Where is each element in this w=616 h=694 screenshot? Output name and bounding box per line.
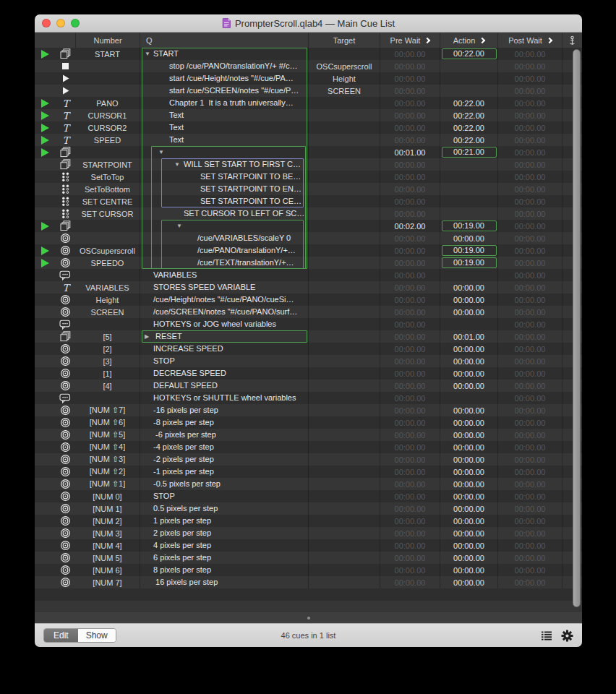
pre-wait-value[interactable]: 00:00.00 (395, 517, 426, 526)
cue-number-cell[interactable]: [NUM 1] (75, 502, 140, 515)
target-cell[interactable] (308, 158, 380, 171)
cue-row[interactable]: TPANOChapter 1 It is a truth universally… (35, 97, 582, 109)
cue-row[interactable]: [NUM 1]0.5 pixels per step00:00.0000:00.… (35, 502, 582, 515)
action-value[interactable]: 00:00.00 (453, 578, 484, 587)
cue-row[interactable]: [NUM 0]STOP00:00.0000:00.0000:00.00 (35, 490, 582, 502)
playhead-cell[interactable] (35, 404, 55, 416)
pre-wait-cell[interactable]: 00:00.00 (380, 515, 440, 527)
post-wait-value[interactable]: 00:00.00 (515, 382, 546, 390)
action-value[interactable]: 00:00.00 (453, 566, 484, 575)
post-wait-cell[interactable]: 00:00.00 (497, 392, 562, 404)
cue-number-cell[interactable]: [2] (75, 343, 140, 355)
target-cell[interactable] (308, 466, 380, 478)
post-wait-value[interactable]: 00:00.00 (515, 210, 546, 218)
playhead-cell[interactable] (35, 207, 55, 220)
post-wait-cell[interactable]: 00:00.00 (497, 158, 562, 171)
target-cell[interactable] (308, 515, 380, 527)
playhead-cell[interactable] (35, 72, 55, 85)
cue-name-cell[interactable]: 6 pixels per step (140, 552, 308, 564)
pre-wait-cell[interactable]: 00:00.00 (380, 392, 440, 404)
post-wait-value[interactable]: 00:00.00 (515, 283, 546, 292)
post-wait-cell[interactable]: 00:00.00 (497, 490, 562, 502)
cue-row[interactable]: SET CENTRESET STARTPOINT TO CE…00:00.000… (35, 195, 582, 207)
target-cell[interactable] (308, 416, 380, 429)
post-wait-value[interactable]: 00:00.00 (515, 197, 546, 206)
post-wait-cell[interactable]: 00:00.00 (497, 306, 562, 318)
playhead-cell[interactable] (35, 453, 55, 466)
target-cell[interactable] (308, 318, 380, 330)
pre-wait-cell[interactable]: 00:00.00 (380, 330, 440, 343)
cue-number-cell[interactable]: [NUM 4] (75, 539, 140, 552)
cue-number-cell[interactable] (75, 85, 140, 97)
cue-name-cell[interactable]: DEFAULT SPEED (140, 380, 308, 392)
cue-row[interactable]: [NUM ⇧7]-16 pixels per step00:00.0000:00… (35, 404, 582, 416)
cue-name-cell[interactable]: -1 pixels per step (140, 466, 308, 478)
target-cell[interactable] (308, 294, 380, 306)
cue-number-cell[interactable]: Height (75, 294, 140, 306)
post-wait-value[interactable]: 00:00.00 (515, 394, 546, 403)
cue-number-cell[interactable] (75, 60, 140, 72)
post-wait-value[interactable]: 00:00.00 (515, 345, 546, 354)
target-cell[interactable]: Height (308, 72, 380, 85)
playhead-cell[interactable] (35, 343, 55, 355)
pre-wait-cell[interactable]: 00:00.00 (380, 380, 440, 392)
action-cell[interactable] (440, 269, 497, 281)
playhead-cell[interactable] (35, 515, 55, 527)
cue-row[interactable]: [NUM 7] 16 pixels per step00:00.0000:00.… (35, 576, 582, 588)
post-wait-cell[interactable]: 00:00.00 (497, 220, 562, 232)
post-wait-cell[interactable]: 00:00.00 (497, 330, 562, 343)
cue-number-cell[interactable]: [NUM ⇧6] (75, 416, 140, 429)
cue-name-cell[interactable]: VARIABLES (140, 269, 308, 281)
pre-wait-cell[interactable]: 00:00.00 (380, 502, 440, 515)
cue-number-cell[interactable]: VARIABLES (75, 281, 140, 294)
pre-wait-value[interactable]: 00:00.00 (395, 369, 426, 378)
playhead-cell[interactable] (35, 330, 55, 343)
target-cell[interactable] (308, 539, 380, 552)
action-cell[interactable]: 00:22.00 (440, 134, 497, 146)
cue-number-cell[interactable]: [NUM 5] (75, 552, 140, 564)
cue-row[interactable]: [NUM ⇧3]-2 pixels per step00:00.0000:00.… (35, 453, 582, 466)
action-value[interactable]: 00:00.00 (453, 517, 484, 526)
cue-name-cell[interactable]: /cue/TEXT/translationY/+… (140, 257, 308, 269)
post-wait-cell[interactable]: 00:00.00 (497, 48, 562, 60)
action-value[interactable]: 00:22.00 (453, 136, 484, 145)
cue-name-cell[interactable]: ▼ (140, 220, 308, 232)
post-wait-value[interactable]: 00:00.00 (515, 554, 546, 562)
cue-name-cell[interactable]: start /cue/SCREEN/notes "#/cue/P… (140, 85, 308, 97)
post-wait-cell[interactable]: 00:00.00 (497, 515, 562, 527)
target-cell[interactable] (308, 306, 380, 318)
cue-number-cell[interactable]: [NUM ⇧7] (75, 404, 140, 416)
action-cell[interactable]: 00:19.00 (440, 244, 497, 257)
action-cell[interactable]: 00:00.00 (440, 539, 497, 552)
target-cell[interactable]: OSCsuperscroll (308, 60, 380, 72)
post-wait-value[interactable]: 00:00.00 (515, 406, 546, 415)
pre-wait-cell[interactable]: 00:02.00 (380, 220, 440, 232)
post-wait-cell[interactable]: 00:00.00 (497, 207, 562, 220)
action-cell[interactable]: 00:00.00 (440, 380, 497, 392)
cue-name-cell[interactable]: ▼ (140, 146, 308, 158)
pre-wait-value[interactable]: 00:00.00 (395, 99, 426, 108)
post-wait-cell[interactable]: 00:00.00 (497, 318, 562, 330)
cue-row[interactable]: [NUM ⇧4]-4 pixels per step00:00.0000:00.… (35, 441, 582, 453)
pre-wait-value[interactable]: 00:00.00 (395, 210, 426, 218)
pre-wait-value[interactable]: 00:00.00 (395, 136, 426, 145)
pre-wait-cell[interactable]: 00:00.00 (380, 281, 440, 294)
playhead-cell[interactable] (35, 48, 55, 60)
post-wait-value[interactable]: 00:00.00 (515, 87, 546, 95)
cue-row[interactable]: [4]DEFAULT SPEED00:00.0000:00.0000:00.00 (35, 380, 582, 392)
pre-wait-cell[interactable]: 00:00.00 (380, 244, 440, 257)
pre-wait-value[interactable]: 00:00.00 (395, 468, 426, 476)
cue-name-cell[interactable]: Chapter 1 It is a truth universally… (140, 97, 308, 109)
header-action[interactable]: Action (440, 33, 497, 48)
cue-name-cell[interactable]: DECREASE SPEED (140, 367, 308, 380)
target-cell[interactable] (308, 232, 380, 244)
action-value[interactable]: 00:00.00 (453, 296, 484, 304)
cue-row[interactable]: STARTPOINT▼WILL SET START TO FIRST C…00:… (35, 158, 582, 171)
post-wait-value[interactable]: 00:00.00 (515, 74, 546, 83)
cue-name-cell[interactable]: /cue/Height/notes "#/cue/PANO/cueSi… (140, 294, 308, 306)
action-cell[interactable]: 00:00.00 (440, 478, 497, 490)
playhead-cell[interactable] (35, 576, 55, 588)
target-cell[interactable] (308, 121, 380, 134)
cue-name-cell[interactable]: 4 pixels per step (140, 539, 308, 552)
cue-row[interactable]: TVARIABLESSTORES SPEED VARIABLE00:00.000… (35, 281, 582, 294)
